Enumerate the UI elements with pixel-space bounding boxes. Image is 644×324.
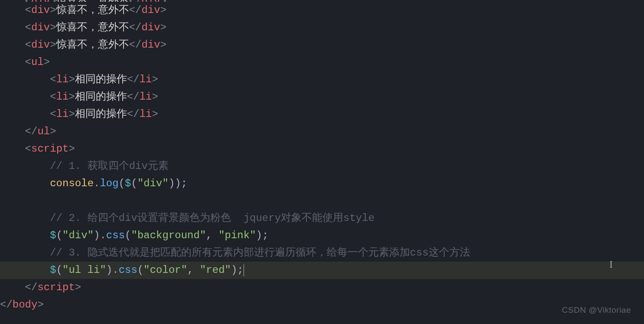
code-line: // 2. 给四个div设置背景颜色为粉色 jquery对象不能使用style (0, 210, 644, 227)
code-line: </body> (0, 296, 644, 314)
code-line-active: $("ul li").css("color", "red"); (0, 262, 644, 279)
code-line: </ul> (0, 123, 644, 140)
code-line: <div>惊喜不，意外不</div> (0, 36, 644, 54)
code-line: </script> (0, 279, 644, 296)
code-line: <div>惊喜不，意外不</div> (0, 19, 644, 36)
code-line: // 1. 获取四个div元素 (0, 158, 644, 175)
code-line: // 3. 隐式迭代就是把匹配的所有元素内部进行遍历循环，给每一个元素添加css… (0, 244, 644, 262)
code-line: <li>相同的操作</li> (0, 88, 644, 106)
code-line: <script> (0, 140, 644, 158)
code-line: <li>相同的操作</li> (0, 106, 644, 123)
text-cursor-icon (244, 264, 244, 276)
code-editor[interactable]: <div>惊喜不，意外不</div> <div>惊喜不，意外不</div> <d… (0, 0, 644, 314)
i-beam-cursor-icon: I (609, 256, 613, 273)
code-line: <ul> (0, 54, 644, 71)
code-line: console.log($("div")); (0, 175, 644, 192)
watermark: CSDN @Viktoriae (562, 301, 631, 319)
code-line: $("div").css("background", "pink"); (0, 227, 644, 244)
code-line-blank (0, 192, 644, 210)
code-line: <div>惊喜不，意外不</div> (0, 2, 644, 19)
code-line: <li>相同的操作</li> (0, 71, 644, 88)
